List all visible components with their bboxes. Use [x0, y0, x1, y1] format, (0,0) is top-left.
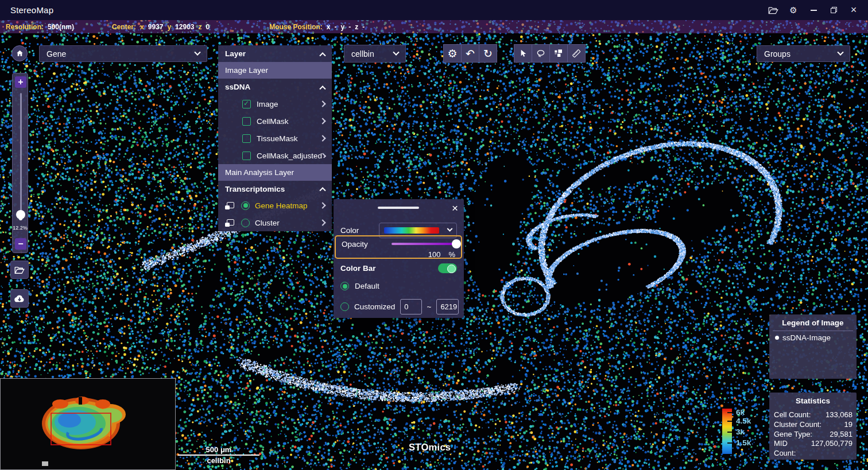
colorbar-toggle[interactable] — [438, 263, 457, 273]
groups-dropdown[interactable]: Groups — [757, 45, 850, 62]
opacity-slider[interactable] — [392, 243, 456, 245]
opacity-unit: % — [448, 250, 455, 259]
customized-range-option[interactable]: Customized 0 ~ 6219 — [340, 299, 459, 314]
resolution-value: 500(nm) — [48, 23, 74, 31]
checkbox[interactable] — [242, 117, 251, 126]
redo-button[interactable]: ↻ — [479, 44, 497, 63]
center-x-label: x — [140, 23, 144, 31]
status-info-bar: Resolution: 500(nm) Center: x 9937 y 129… — [0, 20, 868, 33]
stat-row: MID Count:127,050,779 — [774, 439, 852, 459]
mouse-z-value: - — [362, 23, 365, 31]
selection-toolbar — [514, 44, 586, 63]
zoom-slider-thumb[interactable] — [16, 210, 25, 219]
colorbar-tick — [727, 432, 732, 433]
restore-icon[interactable] — [828, 5, 839, 15]
close-icon[interactable]: × — [452, 202, 458, 215]
layer-panel-header[interactable]: Layer — [218, 45, 332, 62]
layer-panel-title: Layer — [225, 49, 246, 58]
center-x-value: 9937 — [148, 23, 164, 31]
image-layer-row[interactable]: Image Layer — [218, 62, 332, 79]
bin-dropdown[interactable]: cellbin — [344, 45, 406, 63]
open-folder-button[interactable] — [10, 261, 29, 279]
opacity-highlight-box: Opacity 100 % — [335, 235, 462, 259]
range-min-input[interactable]: 0 — [400, 299, 421, 314]
title-bar: StereoMap ⚙ × — [0, 0, 868, 20]
bin-dropdown-label: cellbin — [351, 49, 374, 59]
minimize-icon[interactable] — [808, 5, 819, 15]
range-separator: ~ — [427, 302, 432, 311]
center-z-label: z — [198, 23, 202, 31]
undo-button[interactable]: ↶ — [461, 44, 479, 63]
radio[interactable] — [340, 302, 349, 311]
pointer-tool-button[interactable] — [514, 44, 532, 63]
stat-label: Cell Count: — [774, 410, 811, 420]
settings-icon[interactable]: ⚙ — [788, 5, 799, 15]
legend-item[interactable]: ssDNA-Image — [769, 333, 857, 342]
colorbar-label: 6k — [736, 408, 745, 417]
colormap-gradient-swatch — [384, 227, 439, 234]
layer-item-image[interactable]: Image — [218, 95, 332, 112]
transcriptomics-label: Transcriptomics — [225, 185, 285, 193]
colorbar-tick — [727, 421, 732, 422]
scale-bar-distance: 500 μm — [177, 445, 261, 454]
chevron-right-icon[interactable] — [319, 118, 326, 124]
app-window: StereoMap ⚙ × Resolution: 500(nm) Center… — [0, 0, 868, 470]
default-label: Default — [355, 282, 379, 290]
minimap-panel[interactable] — [0, 378, 176, 470]
main-analysis-layer-row[interactable]: Main Analysis Layer — [218, 164, 332, 181]
chevron-up-icon — [319, 86, 326, 92]
layer-item-cellmask[interactable]: CellMask — [218, 112, 332, 130]
zoom-slider-track[interactable] — [20, 93, 22, 215]
layer-item-gene-heatmap[interactable]: Gene Heatmap — [218, 197, 332, 214]
mouse-z-label: z — [355, 23, 358, 31]
radio[interactable] — [241, 219, 250, 227]
checkbox[interactable] — [242, 134, 251, 143]
radio-selected[interactable] — [241, 201, 250, 210]
undo-icon: ↶ — [466, 48, 475, 59]
stat-row: Cluster Count:19 — [774, 420, 852, 430]
radio-selected[interactable] — [340, 282, 349, 290]
transcriptomics-section-header[interactable]: Transcriptomics — [218, 181, 332, 197]
chevron-right-icon[interactable] — [319, 202, 326, 208]
chevron-right-icon[interactable] — [319, 219, 326, 226]
stat-row: Cell Count:133,068 — [774, 410, 852, 420]
layer-item-tissuemask[interactable]: TissueMask — [218, 130, 332, 147]
checkbox-checked[interactable] — [242, 100, 251, 108]
cloud-download-button[interactable] — [10, 289, 29, 308]
gene-heatmap-label: Gene Heatmap — [255, 201, 308, 210]
zoom-in-button[interactable]: + — [15, 76, 26, 88]
legend-title: Legend of Image — [769, 314, 857, 327]
layer-item-cluster[interactable]: Cluster — [218, 214, 332, 231]
lasso-tool-button[interactable] — [532, 44, 550, 63]
chevron-up-icon — [319, 52, 326, 59]
mouse-y-value: - — [348, 23, 351, 31]
ruler-tool-button[interactable] — [567, 44, 586, 63]
chevron-right-icon[interactable] — [319, 135, 326, 141]
checkbox[interactable] — [242, 152, 251, 160]
opacity-slider-thumb[interactable] — [452, 239, 461, 248]
stat-value: 19 — [844, 420, 852, 430]
range-max-input[interactable]: 6219 — [436, 299, 459, 314]
chevron-right-icon[interactable] — [319, 100, 326, 107]
mouse-position-label: Mouse Position: — [269, 23, 323, 31]
merge-cells-button[interactable] — [549, 44, 568, 63]
resolution-label: Resolution: — [6, 23, 44, 31]
layer-item-cellmask-adjusted[interactable]: CellMask_adjusted — [218, 147, 332, 164]
pointer-icon — [518, 49, 528, 59]
open-file-icon[interactable] — [768, 5, 778, 15]
cloud-download-icon — [14, 294, 25, 303]
chevron-down-icon — [447, 226, 453, 232]
legend-bullet-icon — [775, 336, 779, 340]
stat-label: Cluster Count: — [774, 420, 822, 430]
zoom-out-button[interactable]: − — [15, 238, 26, 250]
settings-gear-button[interactable]: ⚙ — [443, 44, 462, 63]
default-range-option[interactable]: Default — [340, 282, 379, 290]
drag-handle[interactable] — [378, 207, 419, 209]
gene-dropdown[interactable]: Gene — [39, 45, 207, 62]
home-button[interactable] — [11, 45, 28, 61]
mouse-y-label: y — [341, 23, 345, 31]
ssdna-section-header[interactable]: ssDNA — [218, 79, 332, 95]
close-icon[interactable]: × — [848, 5, 859, 15]
minimap-canvas[interactable] — [1, 379, 175, 469]
colorbar-label: 4.5k — [736, 417, 751, 425]
